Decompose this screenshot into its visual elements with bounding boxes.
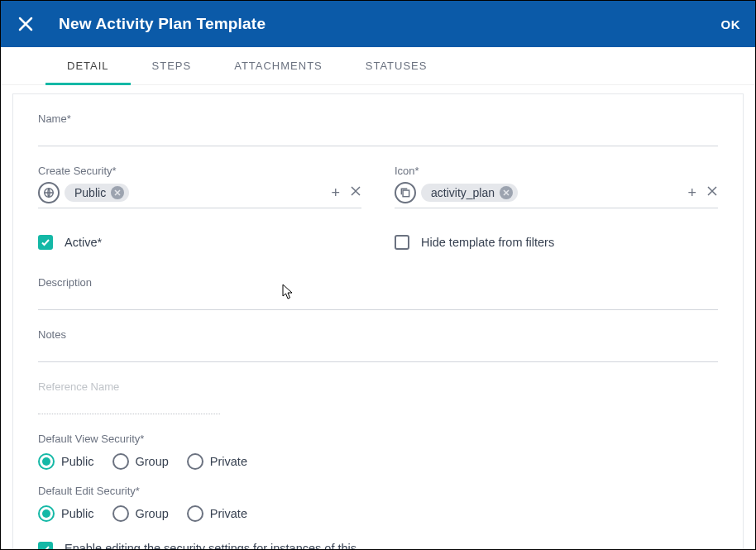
ok-button[interactable]: OK — [721, 17, 741, 31]
hide-template-label: Hide template from filters — [421, 236, 554, 249]
active-label: Active* — [65, 236, 102, 249]
detail-panel: Name* Create Security* Public — [12, 93, 744, 549]
radio-label: Private — [210, 507, 247, 520]
default-edit-security-group: Public Group Private — [38, 505, 718, 522]
chip-remove-icon[interactable] — [111, 186, 124, 199]
default-view-security-group: Public Group Private — [38, 453, 718, 470]
active-checkbox[interactable] — [38, 235, 53, 250]
notes-input[interactable] — [38, 344, 718, 362]
icon-chip[interactable]: activity_plan — [421, 184, 518, 202]
reference-name-input — [38, 396, 220, 414]
description-input[interactable] — [38, 292, 718, 310]
tab-bar: DETAIL STEPS ATTACHMENTS STATUSES — [1, 47, 755, 85]
chip-label: activity_plan — [431, 186, 495, 199]
globe-icon — [38, 182, 60, 203]
radio-label: Group — [136, 507, 169, 520]
tab-detail[interactable]: DETAIL — [45, 47, 131, 84]
chip-label: Public — [74, 186, 106, 199]
scroll-area[interactable]: DETAIL STEPS ATTACHMENTS STATUSES Name* … — [1, 47, 755, 549]
default-edit-security-label: Default Edit Security* — [38, 485, 718, 497]
icon-field[interactable]: activity_plan + — [395, 180, 718, 208]
tab-steps[interactable]: STEPS — [131, 47, 213, 84]
hide-template-checkbox[interactable] — [395, 235, 409, 250]
create-security-field[interactable]: Public + — [38, 180, 361, 208]
add-icon[interactable]: + — [687, 185, 696, 200]
create-security-label: Create Security* — [38, 165, 361, 177]
create-security-chip[interactable]: Public — [65, 184, 129, 202]
chip-remove-icon[interactable] — [500, 186, 513, 199]
tab-attachments[interactable]: ATTACHMENTS — [213, 47, 344, 84]
close-icon[interactable] — [16, 14, 36, 34]
enable-editing-checkbox[interactable] — [38, 542, 53, 549]
radio-label: Public — [61, 507, 94, 520]
radio-label: Public — [61, 455, 94, 468]
dialog-title: New Activity Plan Template — [59, 15, 721, 33]
default-view-security-label: Default View Security* — [38, 433, 718, 445]
name-label: Name* — [38, 112, 718, 125]
radio-label: Group — [136, 455, 169, 468]
view-radio-group[interactable]: Group — [112, 453, 169, 470]
edit-radio-private[interactable]: Private — [187, 505, 247, 522]
enable-editing-label: Enable editing the security settings for… — [65, 540, 362, 549]
edit-radio-group[interactable]: Group — [112, 505, 169, 522]
notes-label: Notes — [38, 328, 718, 341]
svg-rect-1 — [403, 190, 409, 197]
reference-name-label: Reference Name — [38, 380, 220, 393]
stack-icon — [395, 182, 416, 203]
clear-icon[interactable] — [706, 185, 718, 200]
view-radio-private[interactable]: Private — [187, 453, 247, 470]
description-label: Description — [38, 276, 718, 289]
view-radio-public[interactable]: Public — [38, 453, 94, 470]
edit-radio-public[interactable]: Public — [38, 505, 94, 522]
add-icon[interactable]: + — [331, 185, 340, 200]
clear-icon[interactable] — [350, 185, 361, 200]
icon-label: Icon* — [395, 165, 718, 177]
tab-statuses[interactable]: STATUSES — [344, 47, 449, 84]
radio-label: Private — [210, 455, 247, 468]
name-input[interactable] — [38, 128, 718, 146]
